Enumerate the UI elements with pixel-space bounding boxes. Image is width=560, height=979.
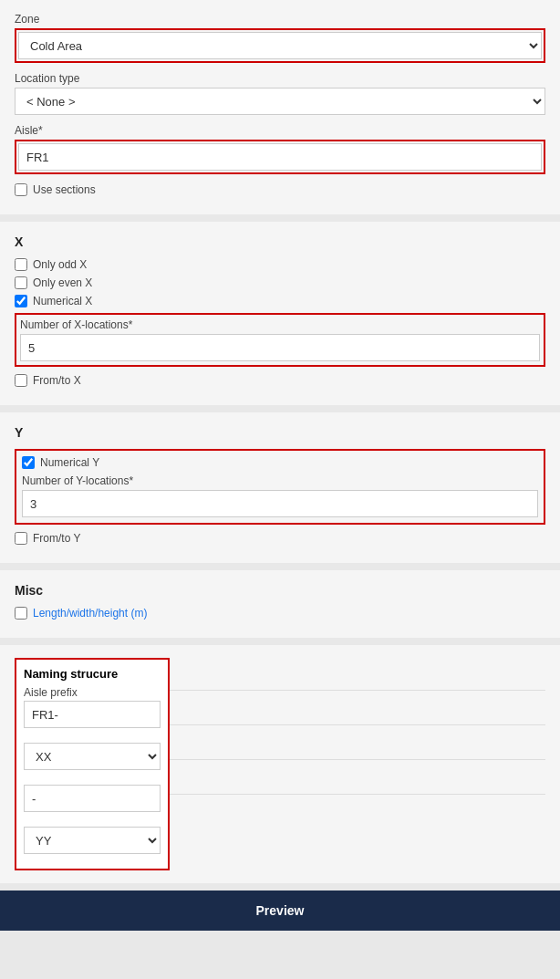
y-title: Y xyxy=(15,425,545,440)
numerical-y-row: Numerical Y xyxy=(22,456,538,469)
naming-wrapper: Naming strucure Aisle prefix XX YY YY XX xyxy=(15,658,170,870)
separator-field xyxy=(24,785,161,819)
aisle-input[interactable] xyxy=(18,143,542,171)
aisle-prefix-field: Aisle prefix xyxy=(24,686,161,735)
x-locations-wrapper: Number of X-locations* xyxy=(15,313,545,367)
only-odd-x-row: Only odd X xyxy=(15,258,545,271)
x-section: X Only odd X Only even X Numerical X Num… xyxy=(0,222,560,405)
numerical-x-label: Numerical X xyxy=(33,295,92,307)
numerical-y-label: Numerical Y xyxy=(40,456,99,469)
only-even-x-checkbox[interactable] xyxy=(15,276,27,289)
numerical-x-checkbox[interactable] xyxy=(15,295,27,307)
numerical-x-row: Numerical X xyxy=(15,295,545,307)
only-even-x-row: Only even X xyxy=(15,276,545,289)
length-width-height-label: Length/width/height (m) xyxy=(33,607,147,620)
xx-field: XX YY xyxy=(24,743,161,777)
zone-label: Zone xyxy=(15,13,545,26)
from-to-x-label: From/to X xyxy=(33,374,81,387)
separator-input[interactable] xyxy=(24,785,161,812)
yy-select[interactable]: YY XX xyxy=(24,827,161,854)
length-width-height-checkbox[interactable] xyxy=(15,607,27,620)
use-sections-row: Use sections xyxy=(15,183,545,196)
from-to-y-label: From/to Y xyxy=(33,532,80,545)
location-type-label: Location type xyxy=(15,72,545,85)
naming-title: Naming strucure xyxy=(24,667,161,681)
length-width-height-row: Length/width/height (m) xyxy=(15,607,545,620)
x-locations-label: Number of X-locations* xyxy=(20,318,540,331)
only-odd-x-label: Only odd X xyxy=(33,258,87,271)
aisle-prefix-input[interactable] xyxy=(24,701,161,728)
use-sections-label: Use sections xyxy=(33,183,96,196)
only-odd-x-checkbox[interactable] xyxy=(15,258,27,271)
y-locations-input[interactable] xyxy=(22,490,538,517)
y-wrapper: Numerical Y Number of Y-locations* xyxy=(15,449,545,525)
location-type-select[interactable]: < None > Type A Type B xyxy=(15,88,545,115)
from-to-x-row: From/to X xyxy=(15,374,545,387)
zone-select[interactable]: Cold Area Warm Area Frozen Area xyxy=(18,32,542,59)
yy-field: YY XX xyxy=(24,827,161,854)
from-to-y-row: From/to Y xyxy=(15,532,545,545)
naming-section: Naming strucure Aisle prefix XX YY YY XX xyxy=(0,645,560,883)
misc-section: Misc Length/width/height (m) xyxy=(0,570,560,638)
aisle-wrapper xyxy=(15,140,545,174)
numerical-y-checkbox[interactable] xyxy=(22,456,35,469)
aisle-label: Aisle* xyxy=(15,124,545,137)
zone-section: Zone Cold Area Warm Area Frozen Area Loc… xyxy=(0,0,560,214)
use-sections-checkbox[interactable] xyxy=(15,183,27,196)
y-section: Y Numerical Y Number of Y-locations* Fro… xyxy=(0,412,560,563)
x-title: X xyxy=(15,234,545,249)
only-even-x-label: Only even X xyxy=(33,276,92,289)
misc-title: Misc xyxy=(15,583,545,598)
x-locations-input[interactable] xyxy=(20,334,540,361)
zone-select-wrapper: Cold Area Warm Area Frozen Area xyxy=(15,28,545,63)
from-to-y-checkbox[interactable] xyxy=(15,532,27,545)
xx-select[interactable]: XX YY xyxy=(24,743,161,770)
y-locations-label: Number of Y-locations* xyxy=(22,474,538,487)
from-to-x-checkbox[interactable] xyxy=(15,374,27,387)
preview-button[interactable]: Preview xyxy=(0,890,560,931)
aisle-prefix-label: Aisle prefix xyxy=(24,686,161,699)
